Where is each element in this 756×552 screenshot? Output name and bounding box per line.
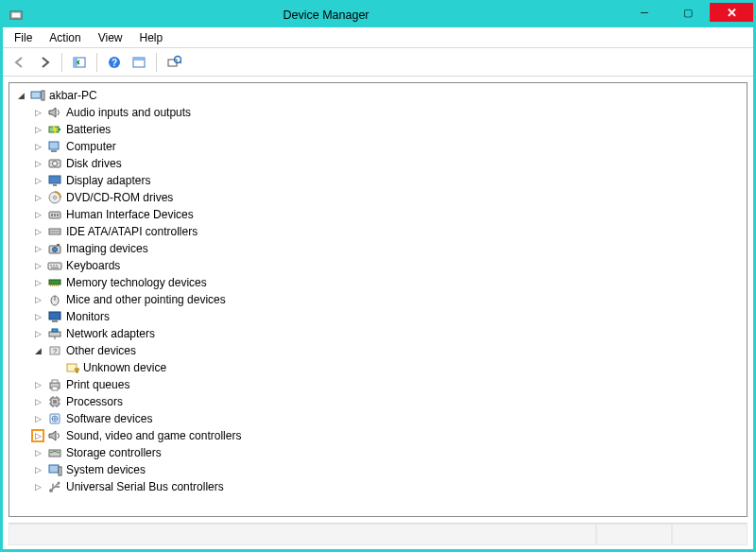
titlebar: Device Manager ─ ▢ ✕ [3,3,753,27]
network-icon [47,326,62,341]
maximize-button[interactable]: ▢ [666,3,710,22]
status-cell [9,524,596,545]
tree-node-label: DVD/CD-ROM drives [66,191,173,204]
back-button[interactable] [9,51,31,74]
tree-node[interactable]: ▷Processors [32,393,745,410]
tree-node[interactable]: ▷Memory technology devices [32,274,745,291]
expand-icon[interactable]: ▷ [32,311,43,322]
hid-icon [47,207,62,222]
disk-icon [47,156,62,171]
tree-node[interactable]: ▷Display adapters [32,172,745,189]
tree-node[interactable]: ▷Batteries [32,121,745,138]
ide-icon [47,224,62,239]
app-icon [3,3,29,27]
tree-node[interactable]: ▷Network adapters [32,325,745,342]
menubar: File Action View Help [3,27,753,48]
expand-icon[interactable]: ▷ [32,430,43,441]
tree-node[interactable]: ▷Imaging devices [32,240,745,257]
expand-icon[interactable]: ▷ [32,226,43,237]
expand-icon[interactable]: ▷ [32,124,43,135]
tree-node[interactable]: ▷Universal Serial Bus controllers [32,478,745,495]
collapse-icon[interactable]: ◢ [32,345,43,356]
device-manager-window: Device Manager ─ ▢ ✕ File Action View He… [0,0,756,552]
expand-icon[interactable]: ▷ [32,464,43,475]
tree-node-label: Software devices [66,412,152,425]
tree-node-label: Keyboards [66,259,120,272]
speaker-icon [47,105,62,120]
menu-file[interactable]: File [7,29,40,46]
tree-node-label: Display adapters [66,174,150,187]
expand-icon[interactable]: ▷ [32,175,43,186]
expand-icon[interactable]: ▷ [32,396,43,407]
tree-node[interactable]: ▷Audio inputs and outputs [32,104,745,121]
tree-node[interactable]: ▷Software devices [32,410,745,427]
tree-node-label: Processors [66,395,123,408]
storage-icon [47,445,62,460]
show-hide-console-button[interactable] [68,51,91,74]
usb-icon [47,479,62,494]
expand-icon[interactable]: ▷ [32,328,43,339]
tree-node-label: Batteries [66,123,111,136]
device-tree[interactable]: ◢akbar-PC▷Audio inputs and outputs▷Batte… [9,82,747,517]
menu-view[interactable]: View [91,29,130,46]
expand-icon[interactable]: ▷ [32,158,43,169]
expand-icon[interactable]: ▷ [32,260,43,271]
printer-icon [47,377,62,392]
tree-node-label: Disk drives [66,157,122,170]
tree-node[interactable]: ▷System devices [32,461,745,478]
window-title: Device Manager [29,3,623,27]
tree-node-label: Audio inputs and outputs [66,106,191,119]
tree-node[interactable]: ◢Other devices [32,342,745,359]
minimize-button[interactable]: ─ [623,3,666,22]
expand-icon[interactable]: ▷ [32,379,43,390]
expand-icon[interactable]: ▷ [32,141,43,152]
tree-node-label: Mice and other pointing devices [66,293,226,306]
tree-node[interactable]: ▷Human Interface Devices [32,206,745,223]
tree-node[interactable]: ▷Disk drives [32,155,745,172]
tree-node[interactable]: ▷Storage controllers [32,444,745,461]
expand-icon[interactable]: ▷ [32,209,43,220]
help-button[interactable]: ? [103,51,126,74]
tree-root[interactable]: ◢akbar-PC [15,87,745,104]
memory-icon [47,275,62,290]
properties-button[interactable] [128,51,150,74]
cpu-icon [47,394,62,409]
tree-node[interactable]: Unknown device [49,359,745,376]
toolbar: ? [3,48,753,77]
scan-hardware-button[interactable] [163,51,185,74]
collapse-icon[interactable]: ◢ [15,90,26,101]
expand-icon[interactable]: ▷ [32,294,43,305]
expand-icon[interactable]: ▷ [32,447,43,458]
tree-node[interactable]: ▷Monitors [32,308,745,325]
expand-icon[interactable]: ▷ [32,243,43,254]
expand-icon[interactable]: ▷ [32,277,43,288]
tree-node[interactable]: ▷Sound, video and game controllers [32,427,745,444]
menu-help[interactable]: Help [132,29,171,46]
toolbar-separator [156,53,157,72]
tree-node[interactable]: ▷Print queues [32,376,745,393]
tree-node-label: IDE ATA/ATAPI controllers [66,225,198,238]
system-icon [47,462,62,477]
tree-node-label: Human Interface Devices [66,208,194,221]
menu-action[interactable]: Action [42,29,88,46]
tree-node[interactable]: ▷Mice and other pointing devices [32,291,745,308]
svg-rect-1 [12,13,20,17]
tree-node[interactable]: ▷Computer [32,138,745,155]
forward-button[interactable] [33,51,56,74]
software-icon [47,411,62,426]
tree-node[interactable]: ▷DVD/CD-ROM drives [32,189,745,206]
expand-icon[interactable]: ▷ [32,192,43,203]
tree-node-label: Universal Serial Bus controllers [66,480,224,493]
close-button[interactable]: ✕ [710,3,753,22]
status-cell [672,524,747,545]
tree-node-label: Unknown device [83,361,166,374]
tree-node[interactable]: ▷Keyboards [32,257,745,274]
tree-node[interactable]: ▷IDE ATA/ATAPI controllers [32,223,745,240]
expand-icon[interactable]: ▷ [32,413,43,424]
svg-rect-7 [133,58,145,60]
expand-icon[interactable]: ▷ [32,107,43,118]
tree-node-label: Network adapters [66,327,155,340]
expand-icon[interactable]: ▷ [32,481,43,492]
battery-icon [47,122,62,137]
monitor-icon [47,309,62,324]
